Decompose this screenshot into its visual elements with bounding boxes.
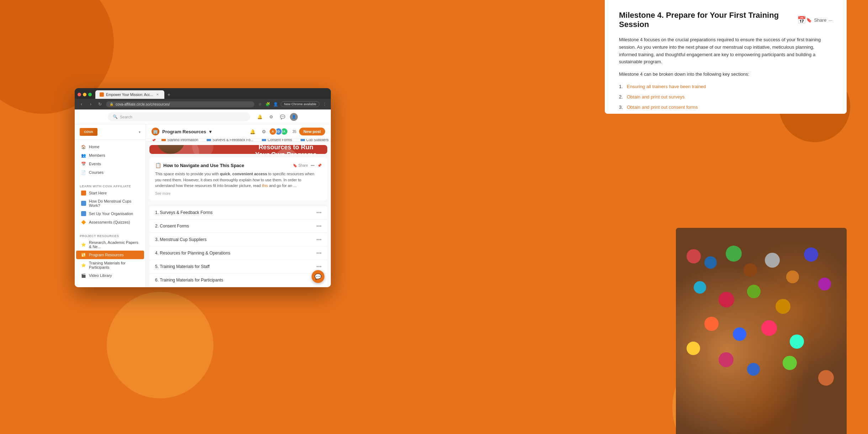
forward-button[interactable]: › bbox=[88, 101, 94, 107]
more-button[interactable]: ⋮ bbox=[322, 101, 327, 107]
post-bookmark-icon: 🔖 bbox=[293, 164, 297, 167]
extensions-icon[interactable]: 🧩 bbox=[265, 101, 271, 107]
tab-starting-label: Starting Information bbox=[167, 139, 198, 141]
notification-bell-icon[interactable]: 🔔 bbox=[248, 127, 257, 136]
community-name[interactable]: 🏢 Program Resources ▾ bbox=[152, 128, 212, 135]
person-dot bbox=[776, 299, 790, 314]
bell-icon[interactable]: 🔔 bbox=[256, 113, 264, 121]
sidebar-item-start-here[interactable]: Start Here bbox=[76, 189, 144, 197]
photo-crowd bbox=[676, 228, 847, 434]
tab-cup-suppliers[interactable]: Cup Suppliers bbox=[297, 139, 331, 141]
doc-list-item-1[interactable]: Ensuring all trainers have been trained bbox=[619, 83, 832, 91]
sidebar-item-program-resources[interactable]: 🔁 Program Resources bbox=[76, 251, 144, 259]
messages-icon[interactable]: 💬 bbox=[279, 113, 286, 121]
sidebar-item-home[interactable]: 🏠 Home bbox=[76, 143, 144, 151]
person-dot bbox=[719, 292, 734, 307]
video-library-label: Video Library bbox=[89, 273, 112, 278]
community-settings-icon[interactable]: ⚙ bbox=[260, 127, 268, 136]
tab-surveys[interactable]: Surveys & Feedback Fo... bbox=[203, 139, 257, 141]
training-materials-label: Training Materials for Participants bbox=[89, 261, 139, 269]
list-item-consent-more[interactable]: ••• bbox=[316, 223, 322, 229]
menstrual-cups-label: How Do Menstrual Cups Work? bbox=[89, 199, 139, 208]
new-chrome-badge[interactable]: New Chrome available bbox=[281, 101, 319, 107]
tab-consent[interactable]: Consent Forms bbox=[258, 139, 295, 141]
tab-icon-surveys bbox=[207, 139, 211, 141]
traffic-light-red[interactable] bbox=[78, 93, 81, 96]
community-chevron: ▾ bbox=[209, 129, 212, 134]
sidebar: COVA ▾ 🏠 Home 👥 Members 📅 Events bbox=[75, 124, 146, 287]
events-icon: 📅 bbox=[81, 161, 86, 166]
person-dot bbox=[687, 249, 701, 263]
sidebar-logo[interactable]: COVA ▾ bbox=[75, 124, 145, 140]
list-item-staff-training[interactable]: 5. Training Materials for Staff ••• bbox=[149, 260, 327, 273]
profile-icon[interactable]: 👤 bbox=[273, 101, 279, 107]
new-tab-button[interactable]: + bbox=[165, 91, 173, 98]
community-icon: 🏢 bbox=[152, 128, 159, 135]
doc-list: Ensuring all trainers have been trained … bbox=[619, 83, 832, 114]
sidebar-item-courses[interactable]: 📄 Courses bbox=[76, 168, 144, 177]
sidebar-item-research[interactable]: ⭐ Research, Academic Papers & Ne... bbox=[76, 239, 144, 251]
settings-icon[interactable]: ⚙ bbox=[267, 113, 275, 121]
post-link[interactable]: this bbox=[262, 183, 268, 188]
members-label: Members bbox=[89, 153, 105, 157]
sidebar-item-assessments[interactable]: 🔶 Assessments (Quizzes) bbox=[76, 218, 144, 226]
tab-cup-label: Cup Suppliers bbox=[306, 139, 329, 141]
refresh-button[interactable]: ↻ bbox=[97, 101, 103, 107]
tab-starting-info[interactable]: Starting Information bbox=[158, 139, 202, 141]
post-more-button[interactable]: ••• bbox=[311, 164, 314, 167]
list-item-planning-more[interactable]: ••• bbox=[316, 250, 322, 256]
learn-section-label: Learn with Cova Affiliate bbox=[75, 182, 145, 189]
start-here-icon bbox=[81, 191, 86, 195]
members-icon: 👥 bbox=[81, 153, 86, 158]
doc-share-button[interactable]: 🔖 Share ··· bbox=[806, 17, 832, 23]
sidebar-item-video-library[interactable]: 🎬 Video Library bbox=[76, 271, 144, 280]
sidebar-item-organisation[interactable]: Set Up Your Organisation bbox=[76, 209, 144, 218]
doc-description-1: Milestone 4 focuses on the crucial prepa… bbox=[619, 36, 832, 66]
list-item-staff-more[interactable]: ••• bbox=[316, 264, 322, 269]
list-item-cup-more[interactable]: ••• bbox=[316, 237, 322, 242]
back-button[interactable]: ‹ bbox=[78, 101, 85, 107]
assessments-icon: 🔶 bbox=[81, 220, 86, 225]
inner-header-icons: 🔔 ⚙ 💬 👤 bbox=[256, 113, 298, 121]
sidebar-item-training-materials[interactable]: ⭐ Training Materials for Participants bbox=[76, 259, 144, 271]
share-label: Share bbox=[814, 17, 826, 23]
fab-icon: 💬 bbox=[314, 273, 322, 280]
main-content: 🏢 Program Resources ▾ 🔔 ⚙ A D A 35 New p… bbox=[146, 124, 331, 287]
list-item-cup-suppliers[interactable]: 3. Menstrual Cup Suppliers ••• bbox=[149, 233, 327, 246]
doc-list-item-2[interactable]: Obtain and print out surveys bbox=[619, 93, 832, 101]
doc-list-item-3[interactable]: Obtain and print out consent forms bbox=[619, 104, 832, 111]
community-header-actions: 🔔 ⚙ A D A 35 New post bbox=[248, 127, 325, 136]
post-pin-button[interactable]: 📌 bbox=[317, 164, 322, 167]
sidebar-item-events[interactable]: 📅 Events bbox=[76, 160, 144, 168]
address-bar[interactable]: 🔒 cova-affiliate.circle.so/c/resources/ bbox=[106, 101, 254, 107]
list-item-participant-label: 6. Training Materials for Participants bbox=[155, 278, 223, 283]
banner-circle-2 bbox=[192, 145, 213, 154]
traffic-light-green[interactable] bbox=[88, 93, 92, 96]
organisation-icon bbox=[81, 211, 86, 216]
list-item-consent[interactable]: 2. Consent Forms ••• bbox=[149, 220, 327, 232]
list-item-surveys-more[interactable]: ••• bbox=[316, 210, 322, 215]
post-bookmark-button[interactable]: 🔖 Share bbox=[293, 164, 308, 167]
browser-tab-active[interactable]: Empower Your Mission: Acc... ✕ bbox=[95, 90, 164, 99]
sidebar-item-members[interactable]: 👥 Members bbox=[76, 151, 144, 160]
search-box[interactable]: 🔍 Search bbox=[108, 112, 250, 121]
star-icon[interactable]: ☆ bbox=[257, 101, 263, 107]
document-panel: Milestone 4. Prepare for Your First Trai… bbox=[605, 0, 847, 114]
sidebar-item-menstrual-cups[interactable]: How Do Menstrual Cups Work? bbox=[76, 197, 144, 209]
list-item-planning[interactable]: 4. Resources for Planning & Operations •… bbox=[149, 247, 327, 259]
community-header: 🏢 Program Resources ▾ 🔔 ⚙ A D A 35 New p… bbox=[146, 124, 331, 139]
research-label: Research, Academic Papers & Ne... bbox=[89, 240, 139, 249]
doc-description-2: Milestone 4 can be broken down into the … bbox=[619, 71, 832, 78]
see-more-button[interactable]: See more bbox=[155, 192, 322, 195]
list-item-participant-training[interactable]: 6. Training Materials for Participants •… bbox=[149, 274, 327, 286]
photo-inner bbox=[676, 228, 847, 434]
tab-close-button[interactable]: ✕ bbox=[155, 92, 160, 97]
project-section-label: Project Resources bbox=[75, 232, 145, 239]
new-post-button[interactable]: New post bbox=[299, 128, 325, 135]
traffic-light-yellow[interactable] bbox=[83, 93, 86, 96]
list-item-surveys[interactable]: 1. Surveys & Feedback Forms ••• bbox=[149, 206, 327, 219]
person-dot bbox=[783, 356, 797, 370]
user-avatar[interactable]: 👤 bbox=[290, 113, 298, 121]
person-dot bbox=[733, 327, 746, 341]
fab-button[interactable]: 💬 bbox=[312, 270, 324, 283]
